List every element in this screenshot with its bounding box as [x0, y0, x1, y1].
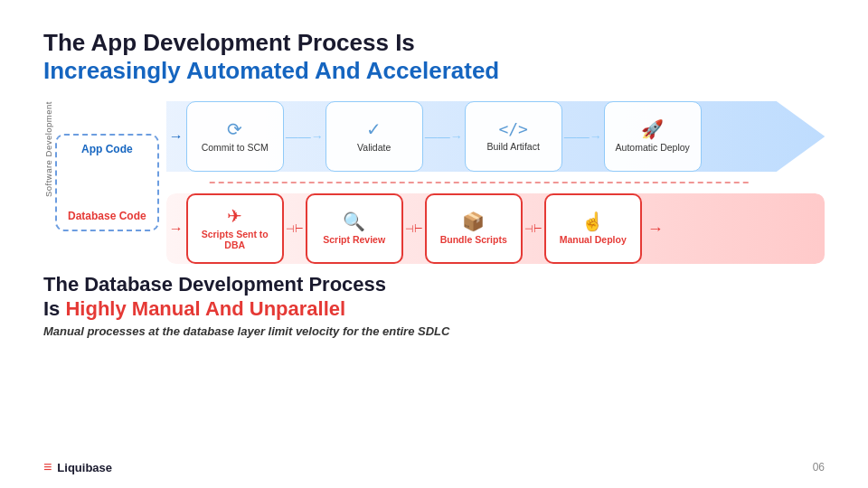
top-row-wrapper: → ⟳ Commit to SCM ——→ ✓ Validate ——→: [166, 101, 825, 172]
logo-icon: ≡: [43, 459, 52, 475]
vertical-label-container: Software Development: [43, 101, 53, 264]
card-review: 🔍 Script Review: [306, 193, 403, 264]
card-manual: ☝ Manual Deploy: [544, 193, 642, 264]
review-label: Script Review: [323, 234, 385, 246]
bundle-label: Bundle Scripts: [440, 234, 507, 246]
source-to-bottom-arrow: →: [169, 221, 184, 237]
card-scripts: ✈ Scripts Sent to DBA: [186, 193, 284, 264]
logo-text: Liquibase: [57, 461, 112, 474]
logo-area: ≡ Liquibase: [43, 459, 112, 475]
title-line2: Increasingly Automated And Accelerated: [43, 57, 825, 85]
rows-container: → ⟳ Commit to SCM ——→ ✓ Validate ——→: [166, 101, 825, 264]
card-autodeploy: 🚀 Automatic Deploy: [604, 101, 702, 172]
autodeploy-label: Automatic Deploy: [616, 142, 690, 154]
connector-red-2: ⊣⊢: [405, 223, 423, 235]
card-commit: ⟳ Commit to SCM: [186, 101, 284, 172]
connector-red-1: ⊣⊢: [286, 223, 304, 235]
bottom-line2-normal: Is: [43, 297, 65, 320]
card-validate: ✓ Validate: [326, 101, 423, 172]
build-label: Build Artifact: [487, 141, 540, 153]
app-code-label: App Code: [81, 143, 133, 155]
page-number: 06: [813, 461, 825, 474]
bottom-line2-highlight: Highly Manual And Unparallel: [65, 297, 345, 320]
autodeploy-icon: 🚀: [641, 120, 664, 138]
diagram-area: Software Development App Code Database C…: [43, 101, 825, 264]
commit-label: Commit to SCM: [202, 142, 269, 154]
manual-icon: ☝: [581, 212, 604, 230]
vertical-label: Software Development: [43, 101, 53, 197]
bottom-row-wrapper: → ✈ Scripts Sent to DBA ⊣⊢ 🔍 Script Revi…: [166, 193, 825, 264]
dashed-separator: [166, 181, 825, 184]
end-arrow-red: →: [647, 220, 664, 239]
manual-label: Manual Deploy: [560, 234, 627, 246]
top-process-row: ⟳ Commit to SCM ——→ ✓ Validate ——→ </> B…: [186, 101, 702, 172]
dashed-line-svg: [184, 181, 777, 184]
title-section: The App Development Process Is Increasin…: [43, 29, 825, 85]
card-build: </> Build Artifact: [465, 101, 562, 172]
db-code-label: Database Code: [68, 210, 146, 222]
validate-label: Validate: [357, 142, 391, 154]
source-to-top-arrow: →: [169, 128, 184, 145]
footer: ≡ Liquibase 06: [43, 459, 825, 475]
bundle-icon: 📦: [462, 212, 485, 230]
bottom-process-row: ✈ Scripts Sent to DBA ⊣⊢ 🔍 Script Review…: [186, 193, 664, 264]
bottom-title-line2: Is Highly Manual And Unparallel: [43, 297, 825, 321]
scripts-label: Scripts Sent to DBA: [197, 229, 273, 251]
title-line1: The App Development Process Is: [43, 29, 825, 57]
connector-1: ——→: [286, 129, 324, 144]
validate-icon: ✓: [366, 120, 382, 138]
bottom-section: The Database Development Process Is High…: [43, 273, 825, 338]
connector-3: ——→: [564, 129, 602, 144]
connector-red-3: ⊣⊢: [524, 223, 542, 235]
build-icon: </>: [498, 121, 528, 137]
slide: The App Development Process Is Increasin…: [0, 0, 868, 488]
review-icon: 🔍: [343, 212, 365, 230]
source-and-rows: App Code Database Code: [55, 101, 825, 264]
bottom-title-line1: The Database Development Process: [43, 273, 825, 296]
subtitle: Manual processes at the database layer l…: [43, 324, 825, 338]
connector-2: ——→: [425, 129, 463, 144]
scripts-icon: ✈: [227, 207, 242, 225]
source-box: App Code Database Code: [55, 134, 159, 231]
card-bundle: 📦 Bundle Scripts: [425, 193, 523, 264]
commit-icon: ⟳: [227, 120, 242, 138]
